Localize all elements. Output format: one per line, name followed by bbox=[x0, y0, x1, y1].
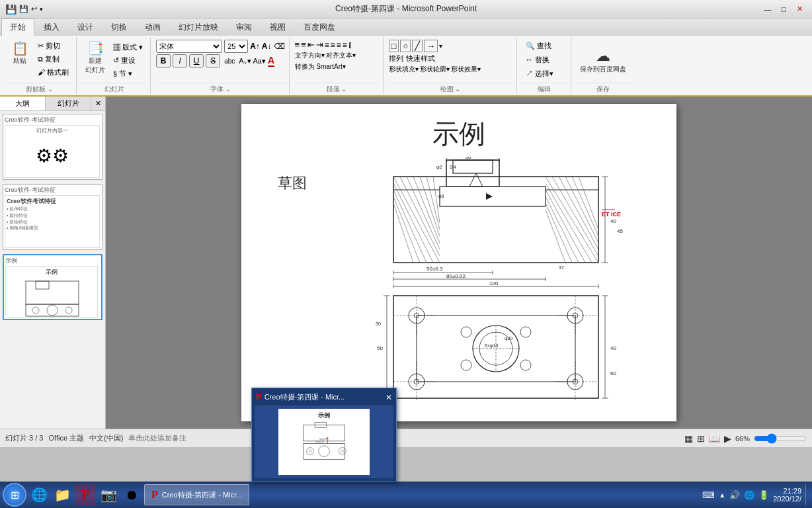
select-button[interactable]: ↗ 选择▾ bbox=[522, 67, 557, 80]
line-shape[interactable]: ╱ bbox=[412, 40, 423, 52]
quick-styles-button[interactable]: 快速样式 bbox=[406, 54, 435, 64]
layout-button[interactable]: ▦ 版式 ▾ bbox=[110, 41, 146, 54]
increase-indent-button[interactable]: ⇥ bbox=[316, 40, 323, 50]
decrease-indent-button[interactable]: ⇤ bbox=[307, 40, 315, 50]
columns-button[interactable]: ⫿ bbox=[348, 40, 352, 50]
tray-icon-sound[interactable]: 🔊 bbox=[729, 490, 740, 500]
tray-icon-network[interactable]: 🌐 bbox=[744, 490, 754, 500]
svg-line-33 bbox=[546, 203, 572, 263]
tab-animations[interactable]: 动画 bbox=[136, 19, 169, 36]
tab-transitions[interactable]: 切换 bbox=[102, 19, 136, 36]
quick-access-undo[interactable]: ↩ bbox=[31, 5, 37, 13]
minimize-button[interactable]: — bbox=[760, 3, 775, 15]
more-shapes[interactable]: ▾ bbox=[439, 42, 442, 50]
new-slide-button[interactable]: 📑 新建幻灯片 bbox=[82, 40, 108, 80]
tab-view[interactable]: 视图 bbox=[261, 19, 294, 36]
char-spacing-button[interactable]: Aᵥ▾ bbox=[239, 57, 251, 65]
quick-access-save[interactable]: 💾 bbox=[19, 5, 28, 13]
svg-text:80±0.02: 80±0.02 bbox=[446, 273, 466, 279]
oval-shape[interactable]: ○ bbox=[400, 40, 411, 52]
tab-outline[interactable]: 大纲 bbox=[0, 97, 46, 110]
taskbar-icon-camera[interactable]: 📷 bbox=[98, 484, 119, 505]
format-painter-button[interactable]: 🖌 格式刷 bbox=[34, 66, 72, 79]
find-button[interactable]: 🔍 查找 bbox=[522, 40, 555, 52]
tab-insert[interactable]: 插入 bbox=[35, 19, 68, 36]
view-slideshow[interactable]: ▶ bbox=[724, 433, 731, 444]
view-slide-sorter[interactable]: ⊞ bbox=[697, 433, 705, 444]
font-shadow-button[interactable]: abc bbox=[222, 54, 237, 67]
copy-button[interactable]: ⧉ 复制 bbox=[34, 53, 72, 65]
preview-app-icon: P bbox=[256, 392, 262, 402]
svg-text:80±0.02: 80±0.02 bbox=[316, 441, 325, 443]
strikethrough-button[interactable]: S bbox=[206, 54, 220, 67]
close-button[interactable]: ✕ bbox=[792, 3, 807, 15]
shape-outline-button[interactable]: 形状轮廓▾ bbox=[420, 65, 450, 74]
svg-point-5 bbox=[47, 305, 58, 316]
taskbar-active-app[interactable]: P Creo特摄-第四课 - Micr... bbox=[144, 484, 249, 505]
text-direction-button[interactable]: 文字方向▾ bbox=[295, 51, 325, 60]
tray-icon-up[interactable]: ▲ bbox=[719, 491, 725, 499]
view-reading[interactable]: 📖 bbox=[709, 433, 720, 444]
taskbar-icon-ie[interactable]: 🌐 bbox=[28, 484, 50, 505]
justify-button[interactable]: ≡ bbox=[343, 40, 347, 50]
taskbar-icon-explorer[interactable]: 📁 bbox=[52, 484, 73, 505]
bullets-button[interactable]: ≡ bbox=[295, 40, 300, 50]
change-case-button[interactable]: Aa▾ bbox=[253, 57, 266, 65]
time: 21:29 bbox=[773, 487, 801, 495]
reset-button[interactable]: ↺ 重设 bbox=[110, 54, 146, 67]
align-text-button[interactable]: 对齐文本▾ bbox=[326, 51, 356, 60]
preview-close-button[interactable]: ✕ bbox=[386, 393, 392, 402]
font-shrink-button[interactable]: A↓ bbox=[262, 42, 272, 51]
zoom-slider[interactable] bbox=[754, 434, 807, 443]
convert-smartart-button[interactable]: 转换为 SmartArt▾ bbox=[295, 63, 346, 70]
arrange-button[interactable]: 排列 bbox=[389, 54, 403, 64]
replace-button[interactable]: ↔ 替换 bbox=[522, 54, 553, 66]
taskbar-icon-record[interactable]: ⏺ bbox=[121, 484, 142, 505]
section-button[interactable]: § 节 ▾ bbox=[110, 67, 146, 80]
italic-button[interactable]: I bbox=[173, 54, 187, 67]
align-center-button[interactable]: ≡ bbox=[331, 40, 335, 50]
arrow-shape[interactable]: → bbox=[424, 40, 438, 52]
numbering-button[interactable]: ≡ bbox=[301, 40, 306, 50]
slide-thumb-1[interactable]: Creo软件-考试特征 幻灯片内容一 ⚙⚙ bbox=[3, 114, 102, 180]
start-button[interactable]: ⊞ bbox=[3, 483, 26, 507]
tray-icon-keyboard[interactable]: ⌨ bbox=[702, 490, 715, 500]
svg-text:45: 45 bbox=[617, 228, 623, 234]
tab-review[interactable]: 审阅 bbox=[227, 19, 261, 36]
align-right-button[interactable]: ≡ bbox=[337, 40, 341, 50]
underline-button[interactable]: U bbox=[189, 54, 204, 67]
paste-button[interactable]: 📋 粘贴 bbox=[7, 40, 33, 79]
cut-button[interactable]: ✂ 剪切 bbox=[34, 40, 72, 52]
clear-format-button[interactable]: ⌫ bbox=[274, 42, 285, 51]
rect-shape[interactable]: □ bbox=[389, 40, 399, 52]
slide-area[interactable]: 示例 草图 bbox=[106, 97, 812, 429]
preview-content: 示例 50±0.3 80±0.02 ↑ bbox=[255, 405, 393, 478]
view-normal[interactable]: ▦ bbox=[684, 433, 693, 444]
tab-slideshow[interactable]: 幻灯片放映 bbox=[170, 19, 227, 36]
shape-effects-button[interactable]: 形状效果▾ bbox=[451, 65, 481, 74]
font-size-select[interactable]: 25 bbox=[224, 40, 248, 53]
tab-home[interactable]: 开始 bbox=[1, 19, 34, 36]
quick-access-dropdown[interactable]: ▾ bbox=[40, 6, 43, 13]
tray-icon-battery[interactable]: 🔋 bbox=[758, 490, 769, 500]
tab-baidu[interactable]: 百度网盘 bbox=[295, 19, 344, 36]
notes-area[interactable]: 单击此处添加备注 bbox=[128, 433, 186, 443]
save-to-baidu-button[interactable]: ☁ 保存到百度网盘 bbox=[577, 47, 629, 76]
tab-slides[interactable]: 幻灯片 bbox=[46, 97, 91, 110]
svg-line-21 bbox=[393, 190, 426, 263]
taskbar-icon-ppt[interactable]: P bbox=[75, 484, 96, 505]
shape-fill-button[interactable]: 形状填充▾ bbox=[389, 65, 419, 74]
panel-close-button[interactable]: ✕ bbox=[91, 97, 105, 110]
bold-button[interactable]: B bbox=[156, 54, 171, 67]
maximize-button[interactable]: □ bbox=[776, 3, 791, 15]
show-desktop-button[interactable] bbox=[805, 484, 809, 505]
align-left-button[interactable]: ≡ bbox=[325, 40, 329, 50]
font-grow-button[interactable]: A↑ bbox=[250, 42, 260, 51]
slide-thumb-2[interactable]: Creo软件-考试特征 Creo软件考试特征 • 拉伸特征• 旋转特征• 草绘特… bbox=[3, 184, 102, 250]
time-display[interactable]: 21:29 2020/12/ bbox=[773, 487, 801, 503]
font-family-select[interactable]: 宋体 bbox=[156, 40, 222, 53]
font-color-button[interactable]: A bbox=[268, 55, 274, 67]
tab-design[interactable]: 设计 bbox=[69, 19, 102, 36]
svg-line-16 bbox=[413, 177, 440, 243]
slide-thumb-3[interactable]: 示例 示例 bbox=[3, 254, 102, 320]
